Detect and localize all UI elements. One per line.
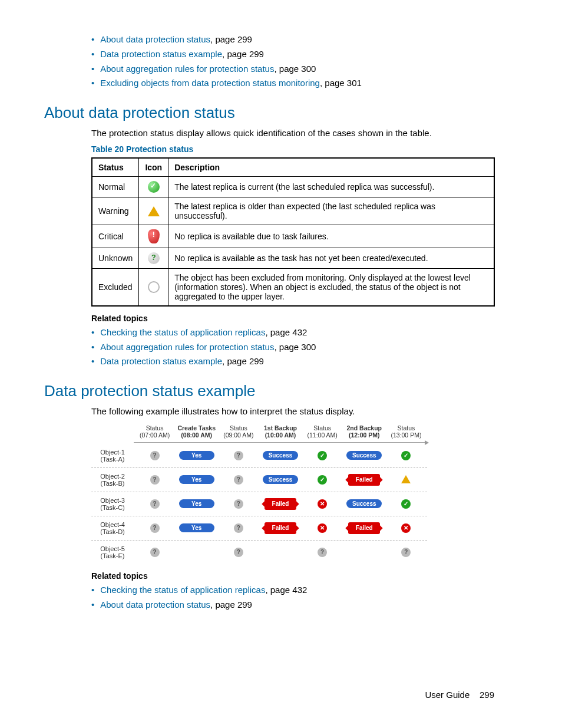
success-pill: Success <box>263 451 298 460</box>
th-status: Status <box>92 158 139 177</box>
related-topics-list: Checking the status of application repli… <box>44 583 494 612</box>
toc-item: About data protection status, page 299 <box>91 32 494 47</box>
toc-top: About data protection status, page 299 D… <box>44 32 494 91</box>
td-desc: No replica is available as the task has … <box>168 248 494 268</box>
table-row: Unknown No replica is available as the t… <box>92 248 494 268</box>
unknown-status-icon: ? <box>234 475 243 485</box>
unknown-status-icon: ? <box>401 548 411 557</box>
section-intro: The following example illustrates how to… <box>91 405 494 418</box>
ok-status-icon: ✓ <box>318 475 327 485</box>
success-pill: Success <box>346 499 382 508</box>
toc-link[interactable]: About aggregation rules for protection s… <box>100 64 274 74</box>
error-status-icon: ✕ <box>401 523 411 533</box>
td-status: Warning <box>92 197 139 225</box>
rt-item: Checking the status of application repli… <box>91 583 494 598</box>
unknown-status-icon: ? <box>234 548 243 557</box>
rt-item: About aggregation rules for protection s… <box>91 340 494 355</box>
unknown-status-icon: ? <box>234 523 243 533</box>
section-heading: About data protection status <box>44 104 494 122</box>
td-desc: The latest replica is current (the last … <box>168 176 494 197</box>
section-intro: The protection status display allows qui… <box>91 127 494 140</box>
td-status: Normal <box>92 176 139 197</box>
status-example-diagram: Status(07:00 AM) Create Tasks(08:00 AM) … <box>91 423 427 564</box>
th-desc: Description <box>168 158 494 177</box>
toc-item: Excluding objects from data protection s… <box>91 76 494 91</box>
yes-pill: Yes <box>179 451 214 460</box>
rt-item: Checking the status of application repli… <box>91 325 494 340</box>
td-desc: The object has been excluded from monito… <box>168 268 494 306</box>
td-status: Critical <box>92 225 139 248</box>
page: About data protection status, page 299 D… <box>0 0 562 728</box>
unknown-status-icon: ? <box>150 523 160 533</box>
unknown-status-icon: ? <box>150 548 160 557</box>
related-topics-heading: Related topics <box>91 571 494 581</box>
td-status: Excluded <box>92 268 139 306</box>
table-row: Critical No replica is available due to … <box>92 225 494 248</box>
rt-link[interactable]: Checking the status of application repli… <box>100 327 265 337</box>
failed-burst: Failed <box>265 522 296 534</box>
table-caption: Table 20 Protection status <box>91 144 494 154</box>
object-label: Object-4(Task-D) <box>91 519 134 537</box>
related-topics-heading: Related topics <box>91 314 494 323</box>
rt-link[interactable]: Data protection status example <box>100 356 222 366</box>
td-desc: No replica is available due to task fail… <box>168 225 494 248</box>
object-label: Object-5(Task-E) <box>91 543 134 561</box>
failed-burst: Failed <box>265 498 296 510</box>
section-heading: Data protection status example <box>44 382 494 400</box>
success-pill: Success <box>263 475 298 484</box>
object-label: Object-2(Task-B) <box>91 471 134 489</box>
critical-icon <box>148 229 160 243</box>
rt-link[interactable]: Checking the status of application repli… <box>100 585 265 595</box>
warning-icon <box>148 206 160 216</box>
yes-pill: Yes <box>179 499 214 508</box>
rt-link[interactable]: About aggregation rules for protection s… <box>100 342 274 352</box>
ok-status-icon: ✓ <box>401 499 411 509</box>
related-topics-list: Checking the status of application repli… <box>44 325 494 369</box>
footer-page: 299 <box>480 690 494 700</box>
unknown-status-icon: ? <box>318 548 327 557</box>
warning-status-icon <box>401 475 411 483</box>
td-status: Unknown <box>92 248 139 268</box>
table-row: Normal The latest replica is current (th… <box>92 176 494 197</box>
yes-pill: Yes <box>179 475 214 484</box>
toc-item: About aggregation rules for protection s… <box>91 62 494 77</box>
error-status-icon: ✕ <box>318 499 327 509</box>
diagram-header: Status(07:00 AM) Create Tasks(08:00 AM) … <box>91 423 427 440</box>
diagram-row: Object-5(Task-E)???? <box>91 540 427 564</box>
failed-burst: Failed <box>348 474 380 486</box>
toc-link[interactable]: Data protection status example <box>100 49 222 59</box>
unknown-icon <box>148 252 160 264</box>
th-icon: Icon <box>139 158 168 177</box>
object-label: Object-3(Task-C) <box>91 495 134 513</box>
unknown-status-icon: ? <box>150 499 160 509</box>
timeline-arrow <box>134 442 427 443</box>
diagram-row: Object-1(Task-A)?Yes?Success✓Success✓ <box>91 444 427 467</box>
footer-label: User Guide <box>425 690 470 700</box>
error-status-icon: ✕ <box>318 523 327 533</box>
excluded-icon <box>148 281 160 293</box>
table-header-row: Status Icon Description <box>92 158 494 177</box>
ok-status-icon: ✓ <box>318 451 327 460</box>
failed-burst: Failed <box>348 522 380 534</box>
toc-link[interactable]: Excluding objects from data protection s… <box>100 78 320 88</box>
table-row: Excluded The object has been excluded fr… <box>92 268 494 306</box>
page-footer: User Guide 299 <box>425 690 494 700</box>
td-desc: The latest replica is older than expecte… <box>168 197 494 225</box>
rt-item: About data protection status, page 299 <box>91 598 494 612</box>
ok-status-icon: ✓ <box>401 451 411 460</box>
unknown-status-icon: ? <box>150 451 160 460</box>
diagram-row: Object-2(Task-B)?Yes?Success✓Failed <box>91 467 427 492</box>
diagram-row: Object-4(Task-D)?Yes?Failed✕Failed✕ <box>91 516 427 540</box>
toc-link[interactable]: About data protection status <box>100 34 210 44</box>
status-table: Status Icon Description Normal The lates… <box>91 157 495 307</box>
rt-item: Data protection status example, page 299 <box>91 354 494 369</box>
rt-link[interactable]: About data protection status <box>100 599 210 610</box>
table-row: Warning The latest replica is older than… <box>92 197 494 225</box>
diagram-row: Object-3(Task-C)?Yes?Failed✕Success✓ <box>91 492 427 516</box>
normal-icon <box>148 181 160 193</box>
object-label: Object-1(Task-A) <box>91 447 134 465</box>
toc-item: Data protection status example, page 299 <box>91 47 494 62</box>
unknown-status-icon: ? <box>234 451 243 460</box>
success-pill: Success <box>346 451 382 460</box>
yes-pill: Yes <box>179 523 214 532</box>
